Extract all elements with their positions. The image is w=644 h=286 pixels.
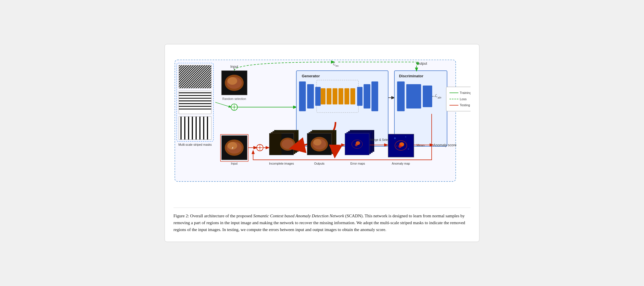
caption-area: Figure 2: Overall architecture of the pr… — [173, 208, 471, 233]
anomaly-map-label: Anomaly map — [392, 162, 410, 165]
generator-label: Generator — [302, 74, 320, 78]
svg-rect-46 — [344, 88, 349, 104]
svg-point-101 — [408, 149, 409, 150]
svg-rect-54 — [406, 84, 421, 109]
diagram-svg: Multi-scale striped masks Input Random s… — [173, 53, 471, 202]
l-adv-label: ℒ — [435, 94, 437, 98]
multi-scale-label: Multi-scale striped masks — [178, 143, 212, 146]
input-bottom-label: Input — [231, 162, 238, 165]
svg-rect-45 — [339, 88, 343, 104]
svg-rect-103 — [396, 146, 397, 146]
svg-rect-7 — [179, 65, 211, 88]
outputs-label: Outputs — [314, 162, 324, 165]
svg-line-85 — [335, 147, 335, 154]
anomaly-score-label: Anomaly score — [433, 143, 457, 147]
svg-point-100 — [405, 136, 406, 137]
diagram-area: Multi-scale striped masks Input Random s… — [173, 53, 471, 202]
svg-rect-8 — [179, 91, 211, 114]
random-selection-label: Random selection — [222, 97, 246, 100]
svg-rect-44 — [333, 88, 337, 104]
output-label: Output — [416, 62, 427, 66]
svg-rect-42 — [321, 88, 325, 104]
svg-point-29 — [228, 77, 237, 84]
svg-rect-40 — [307, 84, 314, 109]
caption-italic: Semantic Context based Anomaly Detection… — [253, 214, 344, 218]
l-adv-sub: adv — [438, 96, 442, 99]
incomplete-images-label: Incomplete images — [269, 162, 294, 165]
svg-rect-50 — [372, 82, 378, 111]
svg-rect-48 — [357, 87, 363, 106]
svg-point-92 — [355, 144, 357, 146]
svg-point-76 — [282, 139, 294, 149]
svg-rect-41 — [315, 87, 321, 106]
svg-rect-74 — [269, 133, 281, 155]
svg-point-98 — [398, 145, 402, 148]
svg-rect-16 — [179, 117, 211, 139]
svg-point-84 — [313, 139, 321, 146]
caption-prefix: Figure 2: Overall architecture of the pr… — [173, 214, 253, 218]
svg-rect-47 — [350, 88, 355, 104]
discriminator-label: Discriminator — [399, 74, 423, 78]
caption-text: Figure 2: Overall architecture of the pr… — [173, 212, 471, 233]
svg-text:✗: ✗ — [232, 147, 234, 149]
l-rec-label: ℒ — [333, 62, 335, 66]
svg-rect-43 — [327, 88, 331, 104]
main-container: Multi-scale striped masks Input Random s… — [165, 44, 479, 242]
l-rec-sub: rec — [335, 64, 339, 67]
merge-select-label: Merge & Select — [370, 138, 390, 141]
legend-training: Training — [460, 91, 471, 94]
error-maps-label: Error maps — [350, 162, 365, 165]
legend-loss: Loss — [460, 97, 467, 101]
svg-rect-49 — [364, 84, 370, 109]
svg-rect-55 — [423, 86, 432, 107]
svg-rect-39 — [299, 82, 306, 111]
svg-point-99 — [394, 137, 396, 139]
svg-rect-53 — [397, 82, 404, 111]
legend-testing: Testing — [460, 103, 470, 107]
